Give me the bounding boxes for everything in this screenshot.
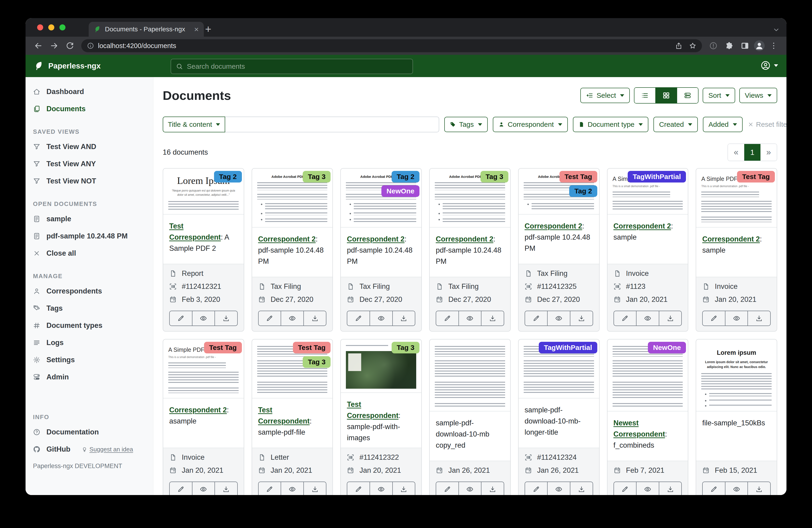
- search-input[interactable]: [186, 62, 408, 71]
- meta-document-type[interactable]: Letter: [258, 453, 327, 461]
- sidebar-item-test-view-and[interactable]: Test View AND: [26, 138, 153, 155]
- edit-button[interactable]: [259, 482, 281, 495]
- edit-button[interactable]: [347, 482, 369, 495]
- view-button[interactable]: [547, 311, 570, 326]
- sort-button[interactable]: Sort: [703, 88, 735, 103]
- view-button[interactable]: [459, 482, 481, 495]
- meta-document-type[interactable]: Invoice: [613, 269, 682, 278]
- forward-button[interactable]: [47, 39, 61, 53]
- tag-badge-test-tag[interactable]: Test Tag: [560, 171, 597, 183]
- edit-button[interactable]: [614, 482, 636, 495]
- title-content-dropdown[interactable]: Title & content: [163, 117, 225, 132]
- sidebar-item-test-view-not[interactable]: Test View NOT: [26, 172, 153, 190]
- document-thumbnail[interactable]: Adobe Acrobat PDF Files Tag 2NewOne: [341, 169, 421, 228]
- tag-badge-tag-3[interactable]: Tag 3: [480, 171, 508, 183]
- tag-badge-tag-2[interactable]: Tag 2: [569, 185, 597, 197]
- reset-filters-link[interactable]: Reset filters: [748, 120, 786, 128]
- view-button[interactable]: [636, 482, 659, 495]
- document-thumbnail[interactable]: Adobe Acrobat PDF Files Test TagTag 2: [519, 169, 599, 215]
- view-button[interactable]: [281, 482, 303, 495]
- download-button[interactable]: [392, 311, 415, 326]
- download-button[interactable]: [570, 482, 593, 495]
- edit-button[interactable]: [436, 482, 459, 495]
- extension-badge-icon[interactable]: [707, 39, 720, 53]
- sidebar-item-admin[interactable]: Admin: [26, 369, 153, 386]
- meta-document-type[interactable]: Tax Filing: [436, 282, 504, 291]
- correspondent-link[interactable]: Correspondent 2: [436, 235, 493, 243]
- meta-document-type[interactable]: Tax Filing: [347, 282, 415, 291]
- document-thumbnail[interactable]: Tag 3: [341, 340, 421, 393]
- share-icon[interactable]: [675, 42, 682, 49]
- sidebar-item-sample[interactable]: sample: [26, 210, 153, 228]
- view-button[interactable]: [192, 482, 215, 495]
- bookmark-star-icon[interactable]: [689, 42, 696, 49]
- edit-button[interactable]: [614, 311, 636, 326]
- view-button[interactable]: [369, 482, 392, 495]
- download-button[interactable]: [570, 311, 593, 326]
- tag-badge-tag-2[interactable]: Tag 2: [214, 171, 242, 183]
- document-thumbnail[interactable]: Adobe Acrobat PDF Files Tag 3: [252, 169, 333, 228]
- edit-button[interactable]: [259, 311, 281, 326]
- edit-button[interactable]: [525, 311, 547, 326]
- download-button[interactable]: [215, 311, 237, 326]
- tab-close-icon[interactable]: ×: [194, 25, 199, 33]
- download-button[interactable]: [481, 311, 504, 326]
- tag-badge-tag-3[interactable]: Tag 3: [303, 171, 331, 183]
- correspondent-link[interactable]: Correspondent 2: [169, 406, 227, 414]
- sidebar-item-logs[interactable]: Logs: [26, 334, 153, 351]
- display-mode-grid-button[interactable]: [655, 88, 677, 103]
- edit-button[interactable]: [170, 311, 192, 326]
- reload-button[interactable]: [63, 39, 77, 53]
- correspondent-link[interactable]: Test Correspondent: [169, 222, 221, 241]
- browser-menu-icon[interactable]: [767, 39, 780, 53]
- sidebar-item-test-view-any[interactable]: Test View ANY: [26, 155, 153, 172]
- tag-badge-newone[interactable]: NewOne: [648, 342, 686, 353]
- select-button[interactable]: Select: [580, 88, 630, 103]
- view-button[interactable]: [547, 482, 570, 495]
- sidebar-item-github[interactable]: GitHubSuggest an idea: [26, 441, 153, 458]
- document-thumbnail[interactable]: Lorem Ipsum“Neque porro quisquam est qui…: [163, 169, 244, 215]
- document-thumbnail[interactable]: A Simple PDF FileThis is a small demonst…: [696, 169, 777, 228]
- tag-badge-tag-3[interactable]: Tag 3: [392, 342, 419, 353]
- meta-document-type[interactable]: Invoice: [169, 453, 238, 461]
- filter-created-button[interactable]: Created: [653, 117, 698, 132]
- correspondent-link[interactable]: Correspondent 2: [347, 235, 404, 243]
- tag-badge-test-tag[interactable]: Test Tag: [737, 171, 775, 183]
- edit-button[interactable]: [525, 482, 547, 495]
- download-button[interactable]: [392, 482, 415, 495]
- extensions-puzzle-icon[interactable]: [722, 39, 736, 53]
- current-page-button[interactable]: 1: [744, 144, 760, 161]
- minimize-window-button[interactable]: [48, 24, 54, 30]
- sidebar-item-tags[interactable]: Tags: [26, 300, 153, 317]
- suggest-an-idea-link[interactable]: Suggest an idea: [82, 446, 133, 453]
- edit-button[interactable]: [703, 311, 725, 326]
- correspondent-link[interactable]: Correspondent 2: [258, 235, 316, 243]
- back-button[interactable]: [32, 39, 45, 53]
- correspondent-link[interactable]: Correspondent 2: [613, 222, 671, 230]
- download-button[interactable]: [748, 482, 770, 495]
- title-content-input[interactable]: [225, 117, 439, 132]
- document-thumbnail[interactable]: A Simple PDF FileThis is a small demonst…: [163, 340, 244, 398]
- sidebar-item-pdf-sample-10-24-48-pm[interactable]: pdf-sample 10.24.48 PM: [26, 228, 153, 245]
- correspondent-link[interactable]: Correspondent 2: [702, 235, 760, 243]
- filter-document-type-button[interactable]: Document type: [573, 117, 649, 132]
- next-page-button[interactable]: »: [760, 144, 777, 161]
- close-window-button[interactable]: [37, 24, 43, 30]
- sidebar-item-correspondents[interactable]: Correspondents: [26, 283, 153, 300]
- user-menu[interactable]: [760, 60, 778, 71]
- download-button[interactable]: [303, 482, 326, 495]
- edit-button[interactable]: [703, 482, 725, 495]
- filter-tags-button[interactable]: Tags: [444, 117, 488, 132]
- tag-badge-tag-3[interactable]: Tag 3: [303, 356, 331, 368]
- view-button[interactable]: [369, 311, 392, 326]
- tag-badge-tag-2[interactable]: Tag 2: [392, 171, 419, 183]
- meta-document-type[interactable]: Tax Filing: [258, 282, 327, 291]
- sidebar-item-close-all[interactable]: Close all: [26, 245, 153, 262]
- meta-document-type[interactable]: Report: [169, 269, 238, 278]
- browser-profile-avatar[interactable]: [754, 40, 765, 51]
- correspondent-link[interactable]: Newest Correspondent: [613, 419, 665, 438]
- sidebar-item-dashboard[interactable]: Dashboard: [26, 83, 153, 100]
- edit-button[interactable]: [436, 311, 459, 326]
- zoom-window-button[interactable]: [59, 24, 66, 30]
- document-thumbnail[interactable]: [430, 340, 510, 411]
